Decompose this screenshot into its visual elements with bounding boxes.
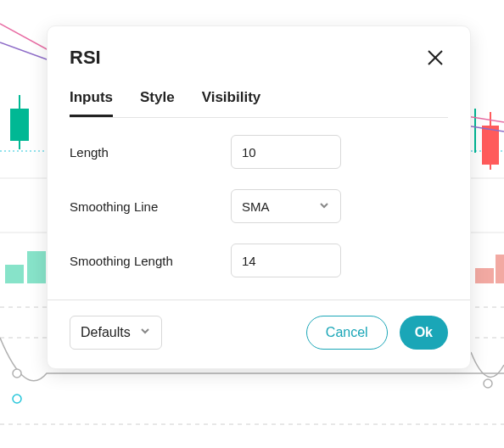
dialog-title: RSI [70, 47, 101, 69]
tab-style[interactable]: Style [140, 89, 175, 117]
form-inputs: Length Smoothing Line SMA Smoothing Leng… [48, 118, 470, 300]
chevron-down-icon [318, 199, 330, 214]
smoothing-line-value: SMA [242, 199, 270, 214]
smoothing-length-input[interactable] [231, 244, 341, 277]
svg-point-16 [13, 369, 21, 378]
svg-rect-8 [5, 265, 24, 283]
svg-point-17 [484, 379, 492, 388]
smoothing-length-label: Smoothing Length [70, 254, 231, 268]
close-icon [426, 48, 445, 67]
smoothing-line-select[interactable]: SMA [231, 189, 341, 223]
ok-button[interactable]: Ok [400, 316, 448, 350]
length-label: Length [70, 145, 231, 160]
indicator-settings-dialog: RSI Inputs Style Visibility Length Smoot… [47, 25, 471, 369]
smoothing-line-label: Smoothing Line [70, 199, 231, 214]
tab-inputs[interactable]: Inputs [70, 89, 113, 117]
defaults-label: Defaults [81, 325, 131, 340]
svg-rect-11 [496, 255, 504, 283]
svg-rect-9 [27, 251, 46, 283]
cancel-button[interactable]: Cancel [306, 316, 388, 350]
chevron-down-icon [139, 325, 151, 340]
defaults-dropdown[interactable]: Defaults [70, 316, 162, 350]
tab-bar: Inputs Style Visibility [70, 70, 448, 118]
tab-visibility[interactable]: Visibility [202, 89, 261, 117]
svg-point-15 [13, 395, 21, 403]
length-input[interactable] [231, 135, 341, 169]
svg-rect-10 [475, 268, 494, 283]
close-button[interactable] [423, 45, 448, 70]
